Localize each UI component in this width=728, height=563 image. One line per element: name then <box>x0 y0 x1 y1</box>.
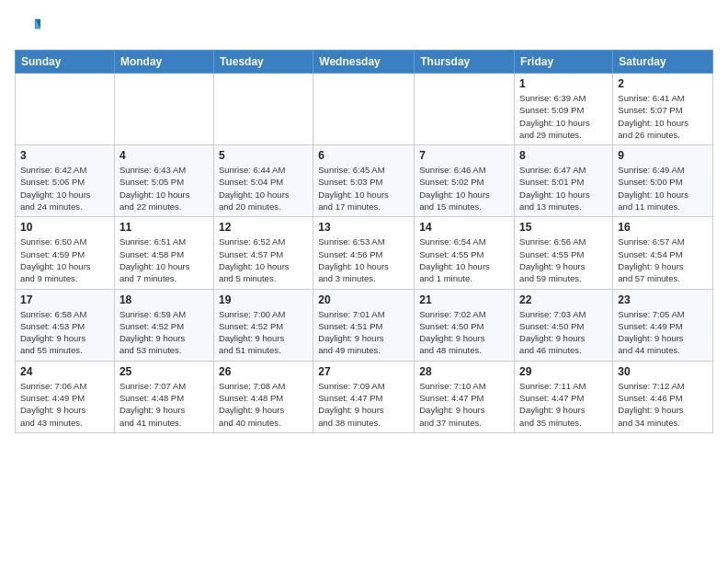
day-info: Sunrise: 7:03 AM Sunset: 4:50 PM Dayligh… <box>519 308 608 357</box>
calendar-cell: 25Sunrise: 7:07 AM Sunset: 4:48 PM Dayli… <box>114 361 213 432</box>
calendar-cell: 20Sunrise: 7:01 AM Sunset: 4:51 PM Dayli… <box>313 289 415 361</box>
col-header-sunday: Sunday <box>16 51 115 74</box>
calendar-cell <box>114 74 213 145</box>
day-info: Sunrise: 7:07 AM Sunset: 4:48 PM Dayligh… <box>119 380 209 429</box>
day-number: 7 <box>419 149 509 162</box>
day-number: 29 <box>519 365 608 378</box>
day-number: 17 <box>20 293 109 306</box>
day-number: 10 <box>20 221 109 234</box>
day-info: Sunrise: 7:05 AM Sunset: 4:49 PM Dayligh… <box>618 308 708 357</box>
calendar-cell: 12Sunrise: 6:52 AM Sunset: 4:57 PM Dayli… <box>213 217 313 289</box>
day-info: Sunrise: 6:56 AM Sunset: 4:55 PM Dayligh… <box>519 236 608 284</box>
calendar-cell: 23Sunrise: 7:05 AM Sunset: 4:49 PM Dayli… <box>613 289 713 361</box>
day-number: 26 <box>219 365 308 378</box>
day-info: Sunrise: 6:51 AM Sunset: 4:58 PM Dayligh… <box>119 236 209 284</box>
day-number: 21 <box>419 293 509 306</box>
day-info: Sunrise: 6:58 AM Sunset: 4:53 PM Dayligh… <box>20 308 109 357</box>
calendar-cell <box>16 74 115 145</box>
day-number: 30 <box>618 365 708 378</box>
day-number: 19 <box>219 293 308 306</box>
day-number: 18 <box>119 293 209 306</box>
day-number: 5 <box>219 149 308 162</box>
col-header-friday: Friday <box>515 51 613 74</box>
day-number: 20 <box>318 293 409 306</box>
calendar-cell: 16Sunrise: 6:57 AM Sunset: 4:54 PM Dayli… <box>613 217 713 289</box>
calendar-header-row: SundayMondayTuesdayWednesdayThursdayFrid… <box>16 51 713 74</box>
col-header-saturday: Saturday <box>613 51 713 74</box>
day-info: Sunrise: 7:08 AM Sunset: 4:48 PM Dayligh… <box>219 380 308 429</box>
calendar-cell: 3Sunrise: 6:42 AM Sunset: 5:06 PM Daylig… <box>16 145 115 217</box>
day-info: Sunrise: 6:44 AM Sunset: 5:04 PM Dayligh… <box>219 164 308 213</box>
day-number: 6 <box>318 149 409 162</box>
col-header-tuesday: Tuesday <box>213 51 313 74</box>
calendar-cell: 9Sunrise: 6:49 AM Sunset: 5:00 PM Daylig… <box>613 145 713 217</box>
page: SundayMondayTuesdayWednesdayThursdayFrid… <box>0 0 728 563</box>
calendar-cell: 22Sunrise: 7:03 AM Sunset: 4:50 PM Dayli… <box>515 289 613 361</box>
day-number: 27 <box>318 365 409 378</box>
day-info: Sunrise: 6:47 AM Sunset: 5:01 PM Dayligh… <box>519 164 608 213</box>
calendar-week-1: 1Sunrise: 6:39 AM Sunset: 5:09 PM Daylig… <box>16 74 713 145</box>
calendar-cell: 6Sunrise: 6:45 AM Sunset: 5:03 PM Daylig… <box>313 145 415 217</box>
calendar-cell <box>313 74 415 145</box>
calendar-cell: 10Sunrise: 6:50 AM Sunset: 4:59 PM Dayli… <box>16 217 115 289</box>
col-header-wednesday: Wednesday <box>313 51 415 74</box>
calendar-cell: 4Sunrise: 6:43 AM Sunset: 5:05 PM Daylig… <box>114 145 213 217</box>
calendar-cell: 8Sunrise: 6:47 AM Sunset: 5:01 PM Daylig… <box>515 145 613 217</box>
day-info: Sunrise: 7:11 AM Sunset: 4:47 PM Dayligh… <box>519 380 608 429</box>
day-info: Sunrise: 7:06 AM Sunset: 4:49 PM Dayligh… <box>20 380 109 429</box>
calendar: SundayMondayTuesdayWednesdayThursdayFrid… <box>15 50 713 433</box>
calendar-cell: 17Sunrise: 6:58 AM Sunset: 4:53 PM Dayli… <box>16 289 115 361</box>
day-number: 9 <box>618 149 708 162</box>
day-info: Sunrise: 6:59 AM Sunset: 4:52 PM Dayligh… <box>119 308 209 357</box>
day-number: 16 <box>618 221 708 234</box>
day-number: 8 <box>519 149 608 162</box>
day-info: Sunrise: 7:02 AM Sunset: 4:50 PM Dayligh… <box>419 308 509 357</box>
header <box>15 15 713 40</box>
calendar-week-3: 10Sunrise: 6:50 AM Sunset: 4:59 PM Dayli… <box>16 217 713 289</box>
day-info: Sunrise: 6:57 AM Sunset: 4:54 PM Dayligh… <box>618 236 708 284</box>
calendar-week-5: 24Sunrise: 7:06 AM Sunset: 4:49 PM Dayli… <box>16 361 713 432</box>
calendar-cell: 21Sunrise: 7:02 AM Sunset: 4:50 PM Dayli… <box>415 289 515 361</box>
day-number: 15 <box>519 221 608 234</box>
day-info: Sunrise: 6:52 AM Sunset: 4:57 PM Dayligh… <box>219 236 308 284</box>
calendar-cell: 15Sunrise: 6:56 AM Sunset: 4:55 PM Dayli… <box>515 217 613 289</box>
day-info: Sunrise: 6:39 AM Sunset: 5:09 PM Dayligh… <box>519 92 608 141</box>
day-info: Sunrise: 6:46 AM Sunset: 5:02 PM Dayligh… <box>419 164 509 213</box>
calendar-cell: 7Sunrise: 6:46 AM Sunset: 5:02 PM Daylig… <box>415 145 515 217</box>
day-number: 25 <box>119 365 209 378</box>
calendar-cell <box>213 74 313 145</box>
calendar-cell: 11Sunrise: 6:51 AM Sunset: 4:58 PM Dayli… <box>114 217 213 289</box>
day-number: 1 <box>519 77 608 90</box>
calendar-cell: 5Sunrise: 6:44 AM Sunset: 5:04 PM Daylig… <box>213 145 313 217</box>
logo-icon <box>15 15 40 40</box>
calendar-cell: 14Sunrise: 6:54 AM Sunset: 4:55 PM Dayli… <box>415 217 515 289</box>
calendar-cell: 30Sunrise: 7:12 AM Sunset: 4:46 PM Dayli… <box>613 361 713 432</box>
day-number: 14 <box>419 221 509 234</box>
day-info: Sunrise: 7:00 AM Sunset: 4:52 PM Dayligh… <box>219 308 308 357</box>
day-info: Sunrise: 7:09 AM Sunset: 4:47 PM Dayligh… <box>318 380 409 429</box>
calendar-cell: 19Sunrise: 7:00 AM Sunset: 4:52 PM Dayli… <box>213 289 313 361</box>
day-number: 4 <box>119 149 209 162</box>
calendar-cell: 1Sunrise: 6:39 AM Sunset: 5:09 PM Daylig… <box>515 74 613 145</box>
day-number: 23 <box>618 293 708 306</box>
calendar-cell: 29Sunrise: 7:11 AM Sunset: 4:47 PM Dayli… <box>515 361 613 432</box>
day-number: 13 <box>318 221 409 234</box>
col-header-monday: Monday <box>114 51 213 74</box>
day-info: Sunrise: 7:12 AM Sunset: 4:46 PM Dayligh… <box>618 380 708 429</box>
calendar-cell: 13Sunrise: 6:53 AM Sunset: 4:56 PM Dayli… <box>313 217 415 289</box>
day-info: Sunrise: 6:49 AM Sunset: 5:00 PM Dayligh… <box>618 164 708 213</box>
day-info: Sunrise: 7:01 AM Sunset: 4:51 PM Dayligh… <box>318 308 409 357</box>
calendar-cell: 26Sunrise: 7:08 AM Sunset: 4:48 PM Dayli… <box>213 361 313 432</box>
day-info: Sunrise: 6:50 AM Sunset: 4:59 PM Dayligh… <box>20 236 109 284</box>
calendar-cell: 2Sunrise: 6:41 AM Sunset: 5:07 PM Daylig… <box>613 74 713 145</box>
day-info: Sunrise: 6:54 AM Sunset: 4:55 PM Dayligh… <box>419 236 509 284</box>
col-header-thursday: Thursday <box>415 51 515 74</box>
calendar-cell: 28Sunrise: 7:10 AM Sunset: 4:47 PM Dayli… <box>415 361 515 432</box>
day-number: 22 <box>519 293 608 306</box>
calendar-week-4: 17Sunrise: 6:58 AM Sunset: 4:53 PM Dayli… <box>16 289 713 361</box>
day-number: 24 <box>20 365 109 378</box>
day-number: 3 <box>20 149 109 162</box>
day-number: 28 <box>419 365 509 378</box>
calendar-cell: 18Sunrise: 6:59 AM Sunset: 4:52 PM Dayli… <box>114 289 213 361</box>
day-number: 12 <box>219 221 308 234</box>
